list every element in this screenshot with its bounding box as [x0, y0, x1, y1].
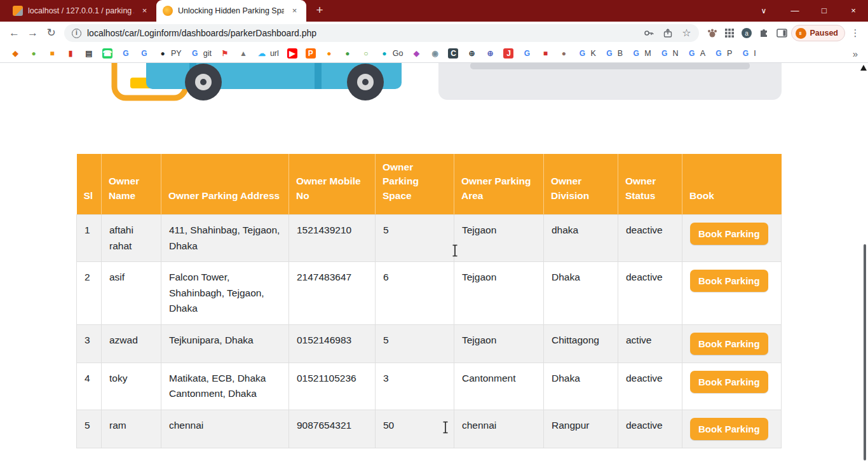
- bookmark-item[interactable]: G: [117, 47, 135, 60]
- tab-close-icon[interactable]: ×: [289, 6, 300, 17]
- book-parking-button[interactable]: Book Parking: [690, 333, 768, 355]
- bookmark-item[interactable]: G: [518, 47, 536, 60]
- cell-sl: 1: [77, 215, 102, 262]
- bookmark-item[interactable]: Ggit: [186, 47, 215, 60]
- cell-owner-mobile: 1521439210: [289, 215, 376, 262]
- bookmark-favicon-icon: ◆: [411, 48, 421, 59]
- tab-strip: localhost / 127.0.0.1 / parking / a × Un…: [0, 0, 868, 22]
- bookmarks-overflow-icon[interactable]: »: [849, 48, 862, 59]
- minimize-button[interactable]: —: [780, 0, 810, 22]
- tab-title: localhost / 127.0.0.1 / parking / a: [28, 6, 134, 15]
- bookmark-item[interactable]: ◉: [426, 47, 444, 60]
- site-info-icon[interactable]: i: [72, 29, 81, 38]
- tab-close-icon[interactable]: ×: [139, 6, 150, 17]
- bookmark-favicon-icon: G: [190, 48, 200, 59]
- cell-book: Book Parking: [682, 262, 782, 324]
- bookmark-item[interactable]: ○: [357, 47, 375, 60]
- bookmark-item[interactable]: G: [135, 47, 153, 60]
- bookmark-item[interactable]: ●: [339, 47, 356, 60]
- cell-owner-status: active: [618, 324, 682, 363]
- cell-sl: 3: [77, 324, 102, 363]
- bookmark-favicon-icon: J: [503, 48, 513, 59]
- bookmark-item[interactable]: ●PY: [154, 47, 186, 60]
- bookmark-item[interactable]: ▮: [62, 47, 79, 60]
- browser-tab-phpmyadmin[interactable]: localhost / 127.0.0.1 / parking / a ×: [6, 0, 156, 22]
- bookmark-favicon-icon: ▤: [84, 48, 94, 59]
- sync-paused-button[interactable]: ‖ Paused: [791, 25, 845, 41]
- bookmark-item[interactable]: ▤: [80, 47, 98, 60]
- cell-owner-area: Tejgaon: [454, 262, 544, 324]
- header-owner-name: Owner Name: [102, 154, 161, 215]
- bookmark-item[interactable]: ◆: [6, 47, 24, 60]
- bookmark-item[interactable]: ■: [43, 47, 61, 60]
- pet-extension-icon[interactable]: [707, 27, 718, 39]
- cell-owner-division: Dhaka: [544, 363, 618, 410]
- maximize-button[interactable]: □: [810, 0, 839, 22]
- bookmark-item[interactable]: ▲: [234, 47, 252, 60]
- cell-owner-space: 50: [376, 410, 454, 448]
- bookmark-item[interactable]: ■: [536, 47, 554, 60]
- bookmark-item[interactable]: ⚑: [216, 47, 234, 60]
- bookmark-item[interactable]: GA: [683, 47, 709, 60]
- address-bar[interactable]: i localhost/car/Loginform/dashboards/par…: [64, 24, 699, 42]
- back-button[interactable]: ←: [5, 24, 24, 43]
- bookmark-item[interactable]: GI: [736, 47, 759, 60]
- bookmark-item[interactable]: ◆: [407, 47, 425, 60]
- book-parking-button[interactable]: Book Parking: [690, 418, 768, 440]
- bookmark-favicon-icon: G: [604, 48, 614, 59]
- side-panel-icon[interactable]: [776, 28, 787, 38]
- apps-grid-icon[interactable]: [724, 28, 735, 38]
- bookmark-item[interactable]: ●: [25, 47, 43, 60]
- scrollbar-thumb[interactable]: [864, 244, 866, 460]
- bookmark-item[interactable]: J: [499, 47, 517, 60]
- bookmark-star-icon[interactable]: ☆: [682, 28, 691, 38]
- cell-owner-division: Dhaka: [544, 262, 618, 324]
- cell-owner-division: Rangpur: [544, 410, 618, 448]
- password-key-icon[interactable]: [644, 28, 654, 38]
- url-text: localhost/car/Loginform/dashboards/parke…: [87, 28, 638, 38]
- book-parking-button[interactable]: Book Parking: [690, 223, 768, 245]
- share-icon[interactable]: [663, 28, 673, 38]
- bookmark-label: PY: [171, 49, 182, 58]
- bookmark-item[interactable]: ⊕: [463, 47, 480, 60]
- bookmark-item[interactable]: C: [444, 47, 462, 60]
- bookmark-item[interactable]: ▶: [283, 47, 301, 60]
- header-owner-parking-space: Owner Parking Space: [376, 154, 454, 215]
- parking-site-favicon-icon: [163, 6, 173, 16]
- extensions-area: a: [707, 27, 787, 39]
- cell-owner-name: azwad: [102, 324, 161, 363]
- bookmark-label: B: [618, 49, 623, 58]
- bookmark-item[interactable]: GN: [656, 47, 682, 60]
- tab-search-caret-icon[interactable]: ∨: [751, 0, 776, 22]
- tab-title: Unlocking Hidden Parking Space: [178, 6, 284, 15]
- extensions-puzzle-icon[interactable]: [759, 27, 770, 39]
- account-extension-icon[interactable]: a: [741, 27, 752, 39]
- bookmark-item[interactable]: GB: [600, 47, 627, 60]
- bookmark-item[interactable]: ●Go: [376, 47, 407, 60]
- cell-owner-address: 411, Shahinbag, Tejgaon, Dhaka: [161, 215, 289, 262]
- bookmark-item[interactable]: ☎: [98, 47, 116, 60]
- bookmark-item[interactable]: GM: [627, 47, 654, 60]
- browser-tab-parking-dashboard[interactable]: Unlocking Hidden Parking Space ×: [156, 0, 306, 22]
- bookmark-item[interactable]: ●: [555, 47, 573, 60]
- cell-owner-address: Matikata, ECB, Dhaka Cantonment, Dhaka: [161, 363, 289, 410]
- scrollbar-up-arrow-icon[interactable]: [860, 65, 867, 71]
- cell-book: Book Parking: [682, 363, 782, 410]
- omnibox-actions: ☆: [644, 28, 691, 38]
- bookmark-item[interactable]: P: [302, 47, 320, 60]
- new-tab-button[interactable]: +: [310, 2, 329, 20]
- bookmark-item[interactable]: ☁url: [253, 47, 283, 60]
- bookmark-item[interactable]: ⊕: [481, 47, 499, 60]
- book-parking-button[interactable]: Book Parking: [690, 371, 768, 393]
- bookmark-item[interactable]: GP: [710, 47, 736, 60]
- bookmark-item[interactable]: GK: [573, 47, 599, 60]
- forward-button[interactable]: →: [24, 24, 42, 43]
- bookmark-label: I: [754, 49, 756, 58]
- book-parking-button[interactable]: Book Parking: [690, 270, 768, 292]
- bookmark-item[interactable]: ●: [320, 47, 338, 60]
- close-window-button[interactable]: ×: [839, 0, 868, 22]
- table-header-row: Sl Owner Name Owner Parking Address Owne…: [77, 154, 782, 215]
- browser-menu-icon[interactable]: ⋮: [848, 27, 863, 39]
- header-owner-status: Owner Status: [618, 154, 682, 215]
- reload-button[interactable]: ↻: [42, 24, 60, 43]
